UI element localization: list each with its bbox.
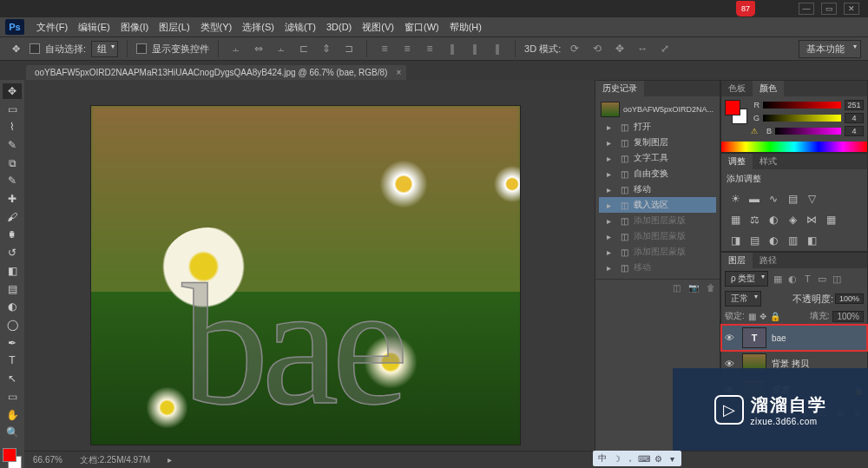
fill-value[interactable]: 100% — [832, 311, 864, 322]
stamp-tool[interactable]: ⧯ — [3, 227, 22, 243]
channel-mixer-icon[interactable]: ⋈ — [805, 213, 819, 227]
hue-icon[interactable]: ▦ — [728, 213, 742, 227]
delete-icon[interactable]: 🗑 — [705, 282, 717, 293]
lock-pixels-icon[interactable]: ▦ — [748, 312, 756, 321]
color-spectrum[interactable] — [721, 142, 867, 152]
r-value[interactable] — [845, 100, 864, 110]
history-item[interactable]: ▸◫文字工具 — [599, 150, 716, 166]
doc-size-info[interactable]: 文档:2.25M/4.97M — [80, 454, 150, 466]
history-item[interactable]: ▸◫移动 — [599, 260, 716, 275]
visibility-icon[interactable]: 👁 — [725, 333, 737, 343]
r-slider[interactable] — [763, 102, 841, 109]
menu-help[interactable]: 帮助(H) — [444, 21, 487, 34]
opacity-value[interactable]: 100% — [835, 293, 864, 304]
marquee-tool[interactable]: ▭ — [3, 102, 22, 117]
eyedropper-tool[interactable]: ✎ — [3, 174, 22, 189]
blur-tool[interactable]: ◐ — [3, 299, 22, 314]
foreground-background-swatches[interactable] — [3, 448, 22, 468]
selective-color-icon[interactable]: ◧ — [805, 234, 819, 247]
history-item[interactable]: ▸◫添加图层蒙版 — [599, 213, 716, 228]
zoom-tool[interactable]: 🔍 — [3, 425, 22, 440]
create-doc-icon[interactable]: ◫ — [670, 282, 682, 293]
document-tab[interactable]: ooYBAFW5pxOIRD2NAAPMaR13HiUAACnogDygsQAA… — [26, 65, 406, 80]
tray-punct-icon[interactable]: ， — [624, 452, 636, 465]
tray-keyboard-icon[interactable]: ⌨ — [638, 452, 650, 465]
align-left-icon[interactable]: ⊏ — [295, 40, 312, 57]
filter-shape-icon[interactable]: ▭ — [816, 273, 828, 285]
filter-text-icon[interactable]: T — [801, 273, 813, 285]
bw-icon[interactable]: ◐ — [766, 213, 780, 227]
menu-file[interactable]: 文件(F) — [31, 21, 73, 34]
b-slider[interactable] — [775, 128, 841, 135]
lasso-tool[interactable]: ⌇ — [3, 119, 22, 135]
layer-thumbnail[interactable]: T — [742, 327, 766, 348]
tray-settings-icon[interactable]: ⚙ — [652, 452, 664, 465]
gamut-warning-icon[interactable]: ⚠ — [751, 127, 760, 135]
hand-tool[interactable]: ✋ — [3, 407, 22, 423]
tray-ime-icon[interactable]: 中 — [596, 452, 608, 465]
eraser-tool[interactable]: ◧ — [3, 263, 22, 279]
history-item[interactable]: ▸◫自由变换 — [599, 166, 716, 181]
crop-tool[interactable]: ⧉ — [3, 155, 22, 171]
3d-roll-icon[interactable]: ⟲ — [589, 40, 606, 57]
layer-filter-select[interactable]: ρ 类型 — [725, 271, 768, 287]
history-item[interactable]: ▸◫复制图层 — [599, 135, 716, 150]
history-tab[interactable]: 历史记录 — [595, 81, 644, 96]
posterize-icon[interactable]: ▤ — [747, 234, 761, 247]
swatches-tab[interactable]: 色板 — [721, 81, 753, 96]
history-brush-tool[interactable]: ↺ — [3, 245, 22, 260]
paths-tab[interactable]: 路径 — [753, 253, 784, 268]
tray-moon-icon[interactable]: ☽ — [610, 452, 622, 465]
gradient-map-icon[interactable]: ▥ — [786, 234, 799, 247]
adjustments-tab[interactable]: 调整 — [721, 154, 753, 169]
balance-icon[interactable]: ⚖ — [747, 213, 761, 227]
align-hcenter-icon[interactable]: ⇕ — [318, 40, 335, 57]
auto-select-checkbox[interactable] — [30, 43, 40, 54]
g-value[interactable] — [845, 113, 864, 123]
history-item[interactable]: ▸◫移动 — [599, 181, 716, 197]
shape-tool[interactable]: ▭ — [3, 389, 22, 405]
history-item[interactable]: ▸◫添加图层蒙版 — [599, 244, 716, 260]
lock-all-icon[interactable]: 🔒 — [770, 312, 780, 321]
canvas-area[interactable]: bae — [24, 80, 586, 468]
menu-view[interactable]: 视图(V) — [357, 21, 399, 34]
foreground-color-swatch[interactable] — [3, 448, 16, 462]
levels-icon[interactable]: ▬ — [747, 192, 761, 206]
workspace-select[interactable]: 基本功能 — [799, 40, 861, 58]
curves-icon[interactable]: ∿ — [766, 192, 780, 206]
layers-tab[interactable]: 图层 — [721, 253, 753, 268]
zoom-level[interactable]: 66.67% — [33, 455, 62, 465]
history-snapshot[interactable]: ooYBAFW5pxOIRD2NA... — [599, 100, 716, 119]
history-item[interactable]: ▸◫打开 — [599, 119, 716, 135]
menu-3d[interactable]: 3D(D) — [321, 22, 357, 32]
dist-bottom-icon[interactable]: ≡ — [421, 40, 438, 57]
tray-chevron-icon[interactable]: ▾ — [666, 452, 678, 465]
document-canvas[interactable]: bae — [91, 106, 520, 445]
filter-smart-icon[interactable]: ◫ — [831, 273, 843, 285]
filter-adj-icon[interactable]: ◐ — [786, 273, 799, 285]
lookup-icon[interactable]: ▦ — [824, 213, 838, 227]
align-vcenter-icon[interactable]: ⇔ — [250, 40, 267, 57]
g-slider[interactable] — [763, 115, 841, 122]
3d-scale-icon[interactable]: ⤢ — [656, 40, 674, 57]
dist-left-icon[interactable]: ‖ — [444, 40, 461, 57]
gradient-tool[interactable]: ▤ — [3, 281, 22, 297]
dist-top-icon[interactable]: ≡ — [376, 40, 393, 57]
dist-hcenter-icon[interactable]: ‖ — [466, 40, 483, 57]
layer-row[interactable]: 👁Tbae — [721, 325, 867, 351]
dist-right-icon[interactable]: ‖ — [489, 40, 506, 57]
align-top-icon[interactable]: ⫠ — [227, 40, 245, 57]
dist-vcenter-icon[interactable]: ≡ — [398, 40, 416, 57]
filter-pixel-icon[interactable]: ▦ — [772, 273, 784, 285]
threshold-icon[interactable]: ◐ — [766, 234, 780, 247]
align-right-icon[interactable]: ⊐ — [340, 40, 358, 57]
restore-button[interactable]: ▭ — [821, 3, 837, 15]
healing-tool[interactable]: ✚ — [3, 191, 22, 207]
menu-image[interactable]: 图像(I) — [115, 21, 154, 34]
menu-edit[interactable]: 编辑(E) — [73, 21, 115, 34]
blend-mode-select[interactable]: 正常 — [725, 291, 761, 307]
move-tool-icon[interactable]: ✥ — [7, 40, 24, 57]
quick-select-tool[interactable]: ✎ — [3, 137, 22, 153]
type-tool[interactable]: T — [3, 353, 22, 369]
transform-controls-checkbox[interactable] — [136, 43, 147, 54]
